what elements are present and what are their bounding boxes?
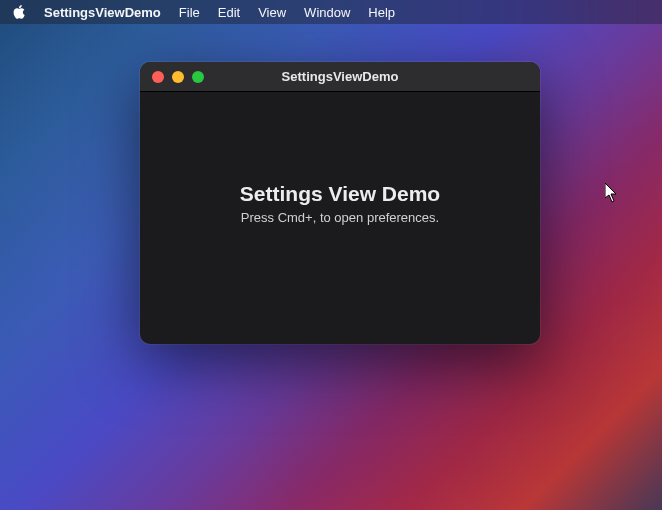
menubar-item-help[interactable]: Help bbox=[368, 5, 395, 20]
app-window: SettingsViewDemo Settings View Demo Pres… bbox=[140, 62, 540, 344]
menubar-item-view[interactable]: View bbox=[258, 5, 286, 20]
traffic-lights bbox=[152, 71, 204, 83]
apple-menu-icon[interactable] bbox=[12, 5, 26, 19]
menubar-item-window[interactable]: Window bbox=[304, 5, 350, 20]
minimize-button[interactable] bbox=[172, 71, 184, 83]
close-button[interactable] bbox=[152, 71, 164, 83]
maximize-button[interactable] bbox=[192, 71, 204, 83]
window-content: Settings View Demo Press Cmd+, to open p… bbox=[140, 92, 540, 344]
cursor-icon bbox=[605, 183, 619, 203]
menubar-item-file[interactable]: File bbox=[179, 5, 200, 20]
menubar-item-edit[interactable]: Edit bbox=[218, 5, 240, 20]
window-titlebar[interactable]: SettingsViewDemo bbox=[140, 62, 540, 92]
content-subheading: Press Cmd+, to open preferences. bbox=[241, 210, 439, 225]
menubar: SettingsViewDemo File Edit View Window H… bbox=[0, 0, 662, 24]
content-heading: Settings View Demo bbox=[240, 182, 440, 206]
menubar-app-name[interactable]: SettingsViewDemo bbox=[44, 5, 161, 20]
